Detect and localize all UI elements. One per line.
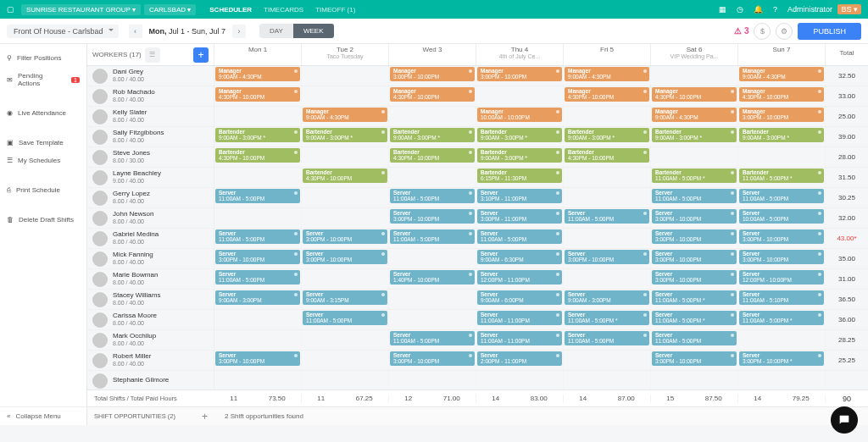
shift-block[interactable]: Server9:00AM - 3:00PM: [565, 290, 649, 305]
schedule-cell[interactable]: Server3:00PM - 10:00PM *: [738, 351, 826, 370]
clock-icon[interactable]: ◷: [737, 5, 743, 14]
worker-info[interactable]: Carissa Moore8.00 / 40.00: [87, 310, 214, 329]
schedule-cell[interactable]: Server3:00PM - 10:00PM: [651, 269, 738, 289]
shift-block[interactable]: Server11:00AM - 5:00PM: [739, 189, 824, 203]
shift-block[interactable]: Server11:00AM - 5:00PM: [390, 189, 475, 203]
schedule-cell[interactable]: [476, 86, 564, 106]
schedule-cell[interactable]: Bartender9:00AM - 3:00PM *: [302, 127, 389, 146]
schedule-cell[interactable]: Bartender4:30PM - 10:00PM: [389, 147, 476, 167]
shift-block[interactable]: Server3:10PM - 11:00PM: [477, 189, 562, 203]
shift-block[interactable]: Server3:00PM - 10:00PM: [652, 209, 737, 224]
schedule-cell[interactable]: Server11:00AM - 5:00PM: [302, 310, 389, 329]
schedule-cell[interactable]: Server3:00PM - 10:00PM: [651, 208, 738, 228]
schedule-cell[interactable]: Server3:00PM - 10:00PM: [651, 351, 738, 370]
shift-block[interactable]: Server10:00AM - 5:00PM: [739, 209, 824, 224]
shift-block[interactable]: Server11:00AM - 5:00PM *: [739, 311, 824, 325]
shift-block[interactable]: Server9:00AM - 3:00PM: [215, 290, 300, 305]
shift-block[interactable]: Bartender6:15PM - 11:30PM: [477, 169, 562, 183]
org-dropdown[interactable]: SUNRISE RESTAURANT GROUP ▾: [21, 4, 141, 15]
schedule-cell[interactable]: [302, 351, 389, 370]
shift-block[interactable]: Server11:00AM - 5:00PM: [215, 189, 300, 203]
shift-block[interactable]: Manager9:00AM - 4:30PM: [739, 67, 824, 81]
shift-block[interactable]: Server11:00AM - 5:00PM: [215, 229, 300, 244]
schedule-cell[interactable]: Server9:00AM - 6:30PM: [476, 249, 564, 268]
shift-block[interactable]: Manager4:30PM - 10:00PM: [390, 87, 475, 102]
schedule-cell[interactable]: Server3:00PM - 10:00PM: [214, 249, 302, 268]
schedule-cell[interactable]: Server3:00PM - 10:00PM: [389, 208, 476, 228]
view-day-button[interactable]: DAY: [259, 24, 293, 38]
shift-block[interactable]: Bartender9:00AM - 3:00PM *: [215, 128, 300, 142]
schedule-cell[interactable]: [214, 168, 302, 187]
schedule-cell[interactable]: Server3:00PM - 10:00PM: [389, 351, 476, 370]
worker-info[interactable]: Mick Fanning8.00 / 40.00: [87, 249, 214, 268]
schedule-cell[interactable]: Server3:00PM - 10:00PM: [738, 229, 826, 248]
worker-info[interactable]: Steve Jones8.00 / 30.00: [87, 147, 214, 167]
shift-block[interactable]: Server11:00AM - 11:00PM: [477, 311, 562, 325]
schedule-cell[interactable]: [302, 371, 389, 390]
location-dropdown[interactable]: CARLSBAD ▾: [144, 4, 196, 15]
schedule-cell[interactable]: [389, 249, 476, 268]
shift-block[interactable]: Server1:40PM - 10:00PM: [390, 270, 475, 285]
shift-block[interactable]: Bartender4:30PM - 10:00PM: [390, 148, 475, 163]
schedule-cell[interactable]: [302, 66, 389, 86]
schedule-cell[interactable]: [302, 330, 389, 350]
warning-count[interactable]: ⚠ 3: [734, 26, 748, 36]
schedule-cell[interactable]: Manager9:00AM - 4:30PM: [564, 66, 651, 86]
schedule-cell[interactable]: [302, 86, 389, 106]
schedule-cell[interactable]: [564, 188, 651, 207]
shift-block[interactable]: Server11:00AM - 5:00PM: [303, 311, 387, 325]
publish-button[interactable]: PUBLISH: [798, 23, 861, 40]
worker-info[interactable]: Gabriel Medina8.00 / 40.00: [87, 229, 214, 248]
sort-button[interactable]: ☰: [145, 47, 160, 63]
shift-block[interactable]: Server11:00AM - 5:00PM: [390, 331, 475, 345]
schedule-cell[interactable]: Server3:00PM - 10:00PM: [302, 229, 389, 248]
schedule-cell[interactable]: [738, 371, 826, 390]
schedule-cell[interactable]: [738, 330, 826, 350]
schedule-cell[interactable]: Server10:00AM - 5:00PM: [738, 208, 826, 228]
schedule-cell[interactable]: Server3:00PM - 10:00PM: [564, 249, 651, 268]
shift-block[interactable]: Server3:00PM - 10:00PM: [390, 351, 475, 366]
my-schedules[interactable]: ☰My Schedules: [0, 152, 86, 169]
schedule-cell[interactable]: [389, 107, 476, 126]
schedule-cell[interactable]: Server3:00PM - 10:00PM: [738, 249, 826, 268]
shift-block[interactable]: Server2:00PM - 11:00PM: [477, 351, 562, 366]
shift-opportunities-header[interactable]: SHIFT OPPORTUNITIES (2)+: [87, 411, 214, 423]
shift-block[interactable]: Bartender4:30PM - 10:00PM: [565, 148, 649, 163]
shift-block[interactable]: Server11:00AM - 5:10PM: [739, 290, 824, 305]
schedule-cell[interactable]: [389, 310, 476, 329]
schedule-cell[interactable]: Manager9:00AM - 4:30PM: [302, 107, 389, 126]
shift-block[interactable]: Bartender9:00AM - 3:00PM *: [652, 128, 737, 142]
schedule-cell[interactable]: Server11:00AM - 11:00PM: [476, 310, 564, 329]
schedule-cell[interactable]: Bartender9:00AM - 3:00PM *: [651, 127, 738, 146]
shift-block[interactable]: Bartender9:00AM - 3:00PM *: [390, 128, 475, 142]
schedule-cell[interactable]: [476, 371, 564, 390]
schedule-cell[interactable]: Manager4:30PM - 10:00PM: [651, 86, 738, 106]
schedule-cell[interactable]: [214, 330, 302, 350]
schedule-cell[interactable]: Server11:00AM - 5:00PM: [389, 330, 476, 350]
tab-timecards[interactable]: TIMECARDS: [264, 6, 303, 14]
worker-info[interactable]: Rob Machado8.00 / 40.00: [87, 86, 214, 106]
schedule-cell[interactable]: Bartender9:00AM - 3:00PM *: [564, 127, 651, 146]
shift-block[interactable]: Bartender9:00AM - 3:00PM *: [303, 128, 387, 142]
schedule-cell[interactable]: [389, 290, 476, 309]
schedule-cell[interactable]: Manager3:00PM - 10:00PM: [476, 66, 564, 86]
schedule-cell[interactable]: Bartender9:00AM - 3:00PM *: [476, 127, 564, 146]
shift-block[interactable]: Server11:00AM - 5:00PM: [565, 209, 649, 224]
department-dropdown[interactable]: Front Of House - Carlsbad: [7, 25, 119, 38]
shift-block[interactable]: Server3:00PM - 10:00PM: [652, 250, 737, 264]
schedule-cell[interactable]: [302, 269, 389, 289]
shift-block[interactable]: Server3:00PM - 10:00PM: [652, 351, 737, 366]
shift-block[interactable]: Bartender9:00AM - 3:00PM *: [477, 128, 562, 142]
schedule-cell[interactable]: Server11:00AM - 11:00PM: [476, 330, 564, 350]
save-template[interactable]: ▣Save Template: [0, 134, 86, 152]
schedule-cell[interactable]: [214, 208, 302, 228]
shift-block[interactable]: Server3:00PM - 10:00PM: [652, 270, 737, 285]
shift-block[interactable]: Manager9:00AM - 4:30PM: [215, 67, 300, 81]
worker-info[interactable]: Marie Bowman8.00 / 40.00: [87, 269, 214, 289]
schedule-cell[interactable]: Bartender11:00AM - 5:00PM *: [651, 168, 738, 187]
shift-block[interactable]: Manager4:30PM - 10:00PM: [565, 87, 649, 102]
schedule-cell[interactable]: Bartender6:15PM - 11:30PM: [476, 168, 564, 187]
shift-block[interactable]: Bartender11:00AM - 5:00PM *: [652, 169, 737, 183]
schedule-cell[interactable]: Server1:40PM - 10:00PM: [389, 269, 476, 289]
collapse-menu[interactable]: «Collapse Menu: [0, 406, 86, 425]
